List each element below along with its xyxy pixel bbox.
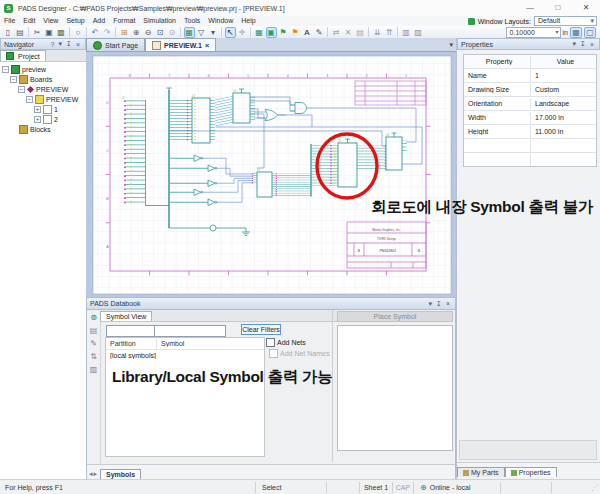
- sync-icon[interactable]: ⇅: [89, 351, 99, 361]
- undo-icon[interactable]: ↶: [90, 27, 101, 38]
- new-file-icon[interactable]: ▯: [3, 27, 14, 38]
- symbol-icon[interactable]: ▣: [266, 27, 277, 38]
- tree-item-preview[interactable]: −preview: [2, 64, 86, 74]
- tree-item-preview[interactable]: −PREVIEW: [2, 84, 86, 94]
- tab-my-parts[interactable]: My Parts: [457, 467, 505, 477]
- scroll-left-icon[interactable]: ◂: [89, 470, 93, 478]
- expander-icon[interactable]: −: [10, 76, 17, 83]
- paste-icon[interactable]: ▩: [56, 27, 67, 38]
- add-nets-checkbox[interactable]: [266, 338, 275, 347]
- table-row-local-symbols[interactable]: [local symbols]: [106, 352, 226, 359]
- schematic-canvas[interactable]: 87 65 43 21 DC BA Mentor Graphics, Inc. …: [86, 52, 456, 298]
- redo-icon[interactable]: ↷: [102, 27, 113, 38]
- edit-icon[interactable]: ✎: [89, 338, 99, 348]
- text-icon[interactable]: A: [302, 27, 313, 38]
- menu-tools[interactable]: Tools: [180, 16, 204, 26]
- menu-view[interactable]: View: [39, 16, 62, 26]
- partition-filter-input[interactable]: [106, 325, 156, 337]
- report-icon[interactable]: ▨: [413, 27, 424, 38]
- add-nets-option[interactable]: Add Nets: [266, 338, 306, 347]
- menu-add[interactable]: Add: [89, 16, 109, 26]
- property-row[interactable]: Name1: [464, 69, 596, 83]
- tree-item-blocks[interactable]: Blocks: [2, 124, 86, 134]
- pop-hierarchy-icon[interactable]: ⇈: [384, 27, 395, 38]
- close-icon[interactable]: ×: [444, 300, 452, 307]
- property-row[interactable]: OrientationLandscape: [464, 97, 596, 111]
- cut-icon[interactable]: ✂: [32, 27, 43, 38]
- pin-icon[interactable]: ↧: [434, 300, 444, 308]
- part-icon[interactable]: ▦: [254, 27, 265, 38]
- window-toggle[interactable]: ▢: [584, 27, 596, 38]
- property-row[interactable]: Width17.000 in: [464, 111, 596, 125]
- tree-item-1[interactable]: +1: [2, 104, 86, 114]
- expander-icon[interactable]: −: [2, 66, 9, 73]
- menu-window[interactable]: Window: [204, 16, 237, 26]
- annotate-icon[interactable]: ✎: [314, 27, 325, 38]
- tab-start-page[interactable]: Start Page: [86, 38, 145, 51]
- zoom-area-icon[interactable]: ⊡: [155, 27, 166, 38]
- expander-icon[interactable]: +: [34, 106, 41, 113]
- snap-grid-toggle[interactable]: ▦: [570, 27, 582, 38]
- zoom-full-icon[interactable]: ⊙: [167, 27, 178, 38]
- column-partition[interactable]: Partition: [106, 340, 156, 347]
- close-tab-icon[interactable]: ×: [205, 41, 210, 50]
- expander-icon[interactable]: −: [18, 86, 25, 93]
- chevron-down-icon[interactable]: ▾: [57, 40, 65, 48]
- swap-icon[interactable]: ⇄: [331, 27, 342, 38]
- grid-toggle-icon[interactable]: ▦: [184, 27, 195, 38]
- expander-icon[interactable]: +: [34, 116, 41, 123]
- menu-file[interactable]: File: [0, 16, 19, 26]
- tree-item-2[interactable]: +2: [2, 114, 86, 124]
- select-arrow-icon[interactable]: ↖: [225, 27, 236, 38]
- symbol-filter-input[interactable]: [154, 325, 226, 337]
- menu-edit[interactable]: Edit: [19, 16, 39, 26]
- search-icon[interactable]: ○: [73, 27, 84, 38]
- minimize-button[interactable]: —: [516, 0, 544, 16]
- pin-icon[interactable]: ↧: [578, 40, 588, 48]
- help-icon[interactable]: ?: [49, 41, 57, 48]
- close-icon[interactable]: ×: [74, 41, 82, 48]
- sheet-settings-icon[interactable]: ⊞: [119, 27, 130, 38]
- property-row[interactable]: Drawing SizeCustom: [464, 83, 596, 97]
- flag-orange-icon[interactable]: ⚑: [290, 27, 301, 38]
- tab-project[interactable]: Project: [0, 50, 46, 61]
- parts-library-icon[interactable]: ▤: [89, 325, 99, 335]
- tab-preview-1[interactable]: PREVIEW.1 ×: [145, 38, 216, 51]
- tab-symbol-view[interactable]: Symbol View: [100, 311, 152, 321]
- binoculars-icon[interactable]: ⊚: [89, 312, 99, 322]
- book-icon[interactable]: ▥: [89, 364, 99, 374]
- column-symbol[interactable]: Symbol: [157, 340, 264, 347]
- zoom-in-icon[interactable]: ⊕: [131, 27, 142, 38]
- sheet-view-icon[interactable]: ▥: [401, 27, 412, 38]
- select-filter-icon[interactable]: ▽: [196, 27, 207, 38]
- window-layouts-select[interactable]: Default ▾: [534, 16, 597, 26]
- push-hierarchy-icon[interactable]: ⇊: [372, 27, 383, 38]
- scroll-right-icon[interactable]: ▸: [94, 470, 98, 478]
- tab-symbols[interactable]: Symbols: [100, 469, 141, 479]
- tab-properties[interactable]: Properties: [505, 467, 557, 477]
- menu-setup[interactable]: Setup: [62, 16, 88, 26]
- menu-help[interactable]: Help: [237, 16, 259, 26]
- pan-icon[interactable]: ✛: [237, 27, 248, 38]
- resize-grip[interactable]: ⋰: [591, 484, 600, 492]
- menu-simulation[interactable]: Simulation: [139, 16, 180, 26]
- maximize-button[interactable]: □: [544, 0, 572, 16]
- print-icon[interactable]: ▤: [15, 27, 26, 38]
- pin-icon[interactable]: ↧: [64, 40, 74, 48]
- flag-green-icon[interactable]: ⚑: [278, 27, 289, 38]
- chevron-down-icon[interactable]: ▾: [427, 300, 435, 308]
- zoom-out-icon[interactable]: ⊖: [143, 27, 154, 38]
- tab-list-chevron-icon[interactable]: ▾: [449, 41, 453, 49]
- properties-icon[interactable]: ▤: [355, 27, 366, 38]
- close-icon[interactable]: ×: [588, 41, 596, 48]
- copy-icon[interactable]: ▣: [44, 27, 55, 38]
- menu-format[interactable]: Format: [109, 16, 139, 26]
- clear-filters-button[interactable]: Clear Filters: [241, 324, 281, 335]
- delete-icon[interactable]: ✕: [343, 27, 354, 38]
- filter-caret-icon[interactable]: ▾: [208, 27, 219, 38]
- chevron-down-icon[interactable]: ▾: [571, 40, 579, 48]
- tree-item-preview[interactable]: −PREVIEW: [2, 94, 86, 104]
- expander-icon[interactable]: −: [26, 96, 33, 103]
- tree-item-boards[interactable]: −Boards: [2, 74, 86, 84]
- property-row[interactable]: Height11.000 in: [464, 125, 596, 139]
